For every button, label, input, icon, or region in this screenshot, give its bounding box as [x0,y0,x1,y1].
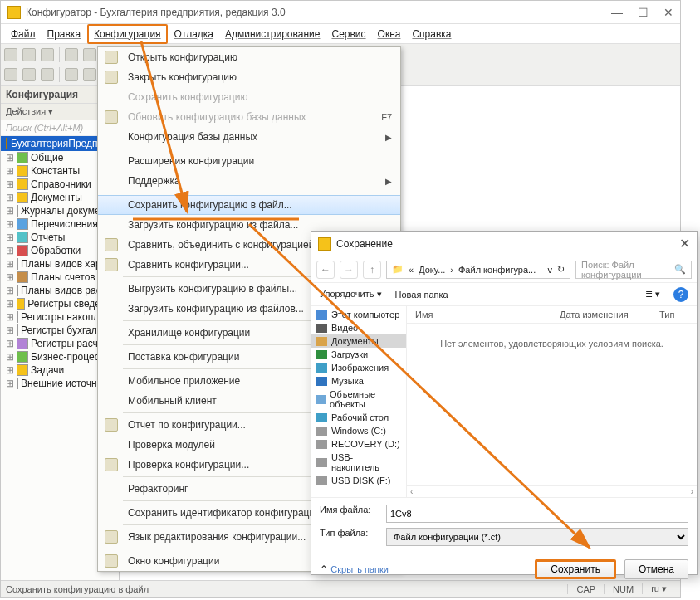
cube-icon [6,138,7,149]
close-button[interactable]: ✕ [663,6,673,19]
menu-support[interactable]: Поддержка▶ [98,171,400,191]
menu-save-config[interactable]: Сохранить конфигурацию [98,87,400,107]
places-item[interactable]: USB DISK (F:) [311,474,406,487]
filetype-label: Тип файла: [320,528,379,546]
tool-icon[interactable] [41,48,54,61]
places-item[interactable]: Рабочий стол [311,411,406,424]
app-icon [7,6,21,19]
tool-icon[interactable] [41,68,54,81]
menu-file[interactable]: Файл [6,26,41,42]
tool-icon[interactable] [65,48,78,61]
places-item[interactable]: USB-накопитель [311,451,406,474]
menubar: Файл Правка Конфигурация Отладка Админис… [1,24,680,44]
places-item[interactable]: Музыка [311,374,406,388]
nav-up-button[interactable]: ↑ [363,261,381,279]
empty-message: Нет элементов, удовлетворяющих условиям … [407,324,697,485]
scrollbar[interactable]: ‹› [407,485,697,497]
places-item[interactable]: Этот компьютер [311,308,406,321]
dialog-titlebar: Сохранение ✕ [311,232,697,256]
menu-open-config[interactable]: Открыть конфигурацию [98,47,400,67]
menu-admin[interactable]: Администрирование [220,26,325,42]
menu-save-to-file[interactable]: Сохранить конфигурацию в файл... [98,195,400,215]
dialog-search[interactable]: Поиск: Файл конфигурации🔍 [575,261,692,279]
window-controls: — ☐ ✕ [611,6,673,19]
save-button[interactable]: Сохранить [535,559,616,579]
places-item[interactable]: Документы [311,334,406,348]
places-item[interactable]: Видео [311,321,406,334]
minimize-button[interactable]: — [611,6,623,19]
nav-fwd-button[interactable]: → [340,261,358,279]
places-item[interactable]: Загрузки [311,348,406,361]
menu-windows[interactable]: Окна [373,26,406,42]
places-item[interactable]: Изображения [311,361,406,374]
tool-icon[interactable] [65,68,78,81]
tool-icon[interactable] [4,68,17,81]
view-button[interactable]: ≣ ▾ [645,289,660,300]
menu-service[interactable]: Сервис [326,26,370,42]
new-folder-button[interactable]: Новая папка [395,290,448,300]
nav-back-button[interactable]: ← [316,261,335,279]
menu-extensions[interactable]: Расширения конфигурации [98,151,400,171]
app-title: Конфигуратор - Бухгалтерия предприятия, … [26,7,611,18]
places-item[interactable]: Объемные объекты [311,388,406,411]
tool-icon[interactable] [22,68,36,81]
places-item[interactable]: Windows (C:) [311,424,406,437]
menu-update-db[interactable]: Обновить конфигурацию базы данныхF7 [98,107,400,127]
status-text: Сохранить конфигурацию в файл [6,584,149,594]
cancel-button[interactable]: Отмена [624,559,688,579]
menu-edit[interactable]: Правка [42,26,86,42]
org-button[interactable]: Упорядочить ▾ [320,289,382,300]
tool-icon[interactable] [22,48,36,61]
maximize-button[interactable]: ☐ [638,6,649,19]
menu-db-config[interactable]: Конфигурация базы данных▶ [98,127,400,147]
menu-help[interactable]: Справка [407,26,456,42]
help-button[interactable]: ? [673,287,688,302]
search-icon: 🔍 [674,264,686,275]
dialog-title: Сохранение [336,238,679,250]
places-item[interactable]: RECOVERY (D:) [311,437,406,451]
menu-config[interactable]: Конфигурация [87,24,168,44]
breadcrumb[interactable]: 📁 «Доку...›Файл конфигура... v↻ [386,261,570,279]
filename-label: Имя файла: [320,505,379,523]
file-list-header[interactable]: Имя Дата изменения Тип [407,306,697,324]
tool-icon[interactable] [83,48,96,61]
menu-debug[interactable]: Отладка [169,26,218,42]
filename-input[interactable] [386,505,688,523]
hide-folders-link[interactable]: ⌃ Скрыть папки [320,563,389,575]
folder-icon: 📁 [392,264,404,275]
menu-close-config[interactable]: Закрыть конфигурацию [98,67,400,87]
places-pane: Этот компьютерВидеоДокументыЗагрузкиИзоб… [311,306,407,497]
titlebar: Конфигуратор - Бухгалтерия предприятия, … [1,1,680,24]
save-dialog: Сохранение ✕ ← → ↑ 📁 «Доку...›Файл конфи… [311,231,698,575]
dialog-close-button[interactable]: ✕ [679,236,690,251]
dialog-icon [318,237,331,251]
tool-icon[interactable] [4,48,17,61]
tool-icon[interactable] [83,68,96,81]
filetype-select[interactable]: Файл конфигурации (*.cf) [386,528,688,546]
